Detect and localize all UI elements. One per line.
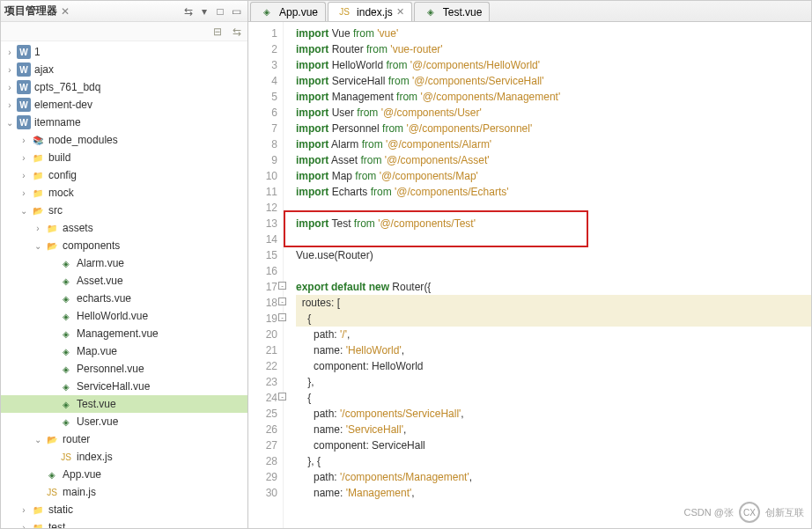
code-line[interactable]: path: '/', [296,327,811,342]
code-line[interactable]: import Map from '@/components/Map' [296,168,811,184]
chevron-right-icon[interactable]: › [4,83,15,92]
code-line[interactable]: { [296,311,811,327]
code-line[interactable]: name: 'ServiceHall', [296,422,811,437]
chevron-right-icon[interactable]: › [4,48,15,57]
code-content[interactable]: import Vue from 'vue'import Router from … [284,22,811,528]
collapse-all-icon[interactable]: ⊟ [210,25,225,39]
line-number: 13 [248,216,277,231]
code-line[interactable]: path: '/components/Management', [296,469,811,485]
line-number: 23 [248,374,277,390]
code-line[interactable]: routes: [ [296,295,811,311]
line-number: 21 [248,342,277,358]
editor-tab[interactable]: ◈Test.vue [414,2,491,21]
tree-item[interactable]: ◈echarts.vue [1,290,247,307]
tree-item[interactable]: JSindex.js [1,448,247,466]
chevron-down-icon[interactable]: ⌄ [4,118,15,128]
minimize-icon[interactable]: □ [212,5,228,18]
chevron-down-icon[interactable]: ⌄ [33,435,43,445]
tree-item[interactable]: ◈Management.vue [1,325,247,342]
chevron-right-icon[interactable]: › [4,65,15,75]
vue-icon: ◈ [59,309,73,323]
code-line[interactable]: import Router from 'vue-router' [296,41,811,57]
tree-item[interactable]: ◈HelloWorld.vue [1,307,247,325]
tree-item-label: static [47,503,73,516]
line-number: 24- [248,390,277,406]
tree-item[interactable]: JSmain.js [1,483,247,501]
code-line[interactable]: import Test from '@/components/Test' [296,216,811,231]
tree-item[interactable]: ›W1 [1,43,247,61]
watermark-brand: 创新互联 [765,506,804,519]
code-line[interactable]: import Echarts from '@/components/Echart… [296,184,811,200]
tree-item-label: config [47,169,77,181]
tree-item[interactable]: ›📁build [1,149,247,166]
code-line[interactable]: component: HelloWorld [296,358,811,374]
tree-item[interactable]: ›📁static [1,501,247,518]
chevron-right-icon[interactable]: › [18,153,29,163]
maximize-icon[interactable]: ▭ [228,5,244,18]
chevron-down-icon[interactable]: ⌄ [33,241,43,251]
tab-dirty-icon[interactable]: ✕ [396,6,404,18]
tree-item[interactable]: ◈Personnel.vue [1,360,247,378]
tree-item[interactable]: ◈Map.vue [1,342,247,360]
tree-item[interactable]: ›Wcpts_761_bdq [1,78,247,96]
code-line[interactable]: import Management from '@/components/Man… [296,89,811,105]
tree-item[interactable]: ›📁mock [1,184,247,202]
code-line[interactable]: import User from '@/components/User' [296,105,811,121]
tree-item[interactable]: ◈User.vue [1,413,247,430]
code-line[interactable]: name: 'Management', [296,485,811,501]
code-line[interactable]: { [296,390,811,406]
editor-tab[interactable]: ◈App.vue [250,2,326,21]
chevron-down-icon[interactable]: ⌄ [18,206,29,216]
w-icon: W [17,45,31,59]
code-line[interactable]: }, { [296,453,811,469]
code-line[interactable]: import Vue from 'vue' [296,26,811,41]
chevron-right-icon[interactable]: › [18,505,29,515]
tree-item[interactable]: ◈ServiceHall.vue [1,378,247,395]
tree-item[interactable]: ⌄Witemname [1,114,247,131]
tree-item[interactable]: ›📁assets [1,219,247,237]
code-line[interactable]: export default new Router({ [296,279,811,295]
code-line[interactable]: import ServiceHall from '@/components/Se… [296,73,811,89]
tree-item[interactable]: ›Welement-dev [1,96,247,114]
code-line[interactable]: Vue.use(Router) [296,247,811,263]
editor-tab[interactable]: JSindex.js✕ [328,2,412,21]
code-line[interactable]: import Personnel from '@/components/Pers… [296,121,811,136]
chevron-right-icon[interactable]: › [18,136,29,145]
line-number: 30 [248,485,277,501]
file-tree[interactable]: ›W1›Wajax›Wcpts_761_bdq›Welement-dev⌄Wit… [1,41,247,528]
chevron-right-icon[interactable]: › [4,100,15,110]
link-toggle-icon[interactable]: ⇆ [181,5,196,18]
close-icon[interactable]: ✕ [61,5,70,18]
chevron-right-icon[interactable]: › [33,224,43,233]
link-editor-icon[interactable]: ⇆ [230,25,244,39]
code-line[interactable]: }, [296,374,811,390]
editor-area: ◈App.vueJSindex.js✕◈Test.vue 12345678910… [248,1,811,528]
code-line[interactable]: import Alarm from '@/components/Alarm' [296,136,811,152]
tree-item[interactable]: ◈Asset.vue [1,272,247,290]
chevron-right-icon[interactable]: › [18,188,29,198]
code-line[interactable]: import HelloWorld from '@/components/Hel… [296,57,811,73]
tree-item[interactable]: ›Wajax [1,61,247,78]
code-line[interactable]: name: 'HelloWorld', [296,342,811,358]
tree-item[interactable]: ⌄📂src [1,202,247,219]
view-menu-icon[interactable]: ▾ [196,5,212,18]
tree-item[interactable]: ›📁config [1,166,247,184]
tree-item[interactable]: ›📚node_modules [1,131,247,149]
code-line[interactable]: component: ServiceHall [296,437,811,453]
tree-item[interactable]: ◈Alarm.vue [1,254,247,272]
line-number: 12 [248,200,277,216]
tree-item[interactable]: ⌄📂components [1,237,247,254]
code-line[interactable] [296,200,811,216]
tree-item[interactable]: ⌄📂router [1,430,247,448]
code-line[interactable] [296,263,811,279]
tree-item[interactable]: ◈Test.vue [1,395,247,413]
tree-item[interactable]: ›📁test [1,518,247,528]
tree-item[interactable]: ◈App.vue [1,466,247,483]
chevron-right-icon[interactable]: › [18,523,29,529]
code-line[interactable]: path: '/components/ServiceHall', [296,406,811,422]
code-line[interactable] [296,231,811,247]
code-line[interactable]: import Asset from '@/components/Asset' [296,152,811,168]
tree-item-label: components [61,239,120,252]
chevron-right-icon[interactable]: › [18,171,29,180]
code-editor[interactable]: 1234567891011121314151617-18-19-20212223… [248,22,811,528]
